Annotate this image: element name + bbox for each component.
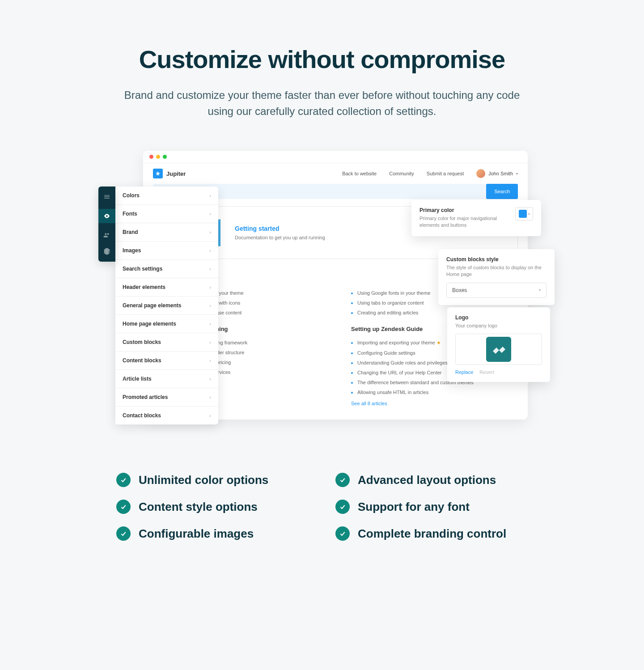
chevron-down-icon: ▾ xyxy=(539,288,541,292)
primary-color-desc: Primary color for major navigational ele… xyxy=(419,215,509,229)
settings-row-fonts[interactable]: Fonts› xyxy=(115,205,218,223)
settings-row-content-blocks[interactable]: Content blocks› xyxy=(115,352,218,370)
chevron-right-icon: › xyxy=(209,303,211,308)
article-link[interactable]: Allowing unsafe HTML in articles xyxy=(351,387,514,397)
settings-row-colors[interactable]: Colors› xyxy=(115,187,218,205)
color-picker[interactable]: ▾ xyxy=(515,207,533,221)
nav-submit-request[interactable]: Submit a request xyxy=(427,171,464,176)
settings-row-promoted[interactable]: Promoted articles› xyxy=(115,388,218,407)
chevron-right-icon: › xyxy=(209,394,211,400)
brand-logo-icon xyxy=(153,169,163,178)
feature-item: Configurable images xyxy=(116,526,309,541)
chevron-right-icon: › xyxy=(209,211,211,216)
chevron-right-icon: › xyxy=(209,284,211,290)
chevron-right-icon: › xyxy=(209,339,211,345)
chevron-right-icon: › xyxy=(209,358,211,363)
chevron-right-icon: › xyxy=(209,193,211,198)
avatar-icon xyxy=(476,169,485,178)
chevron-right-icon: › xyxy=(209,376,211,382)
admin-sidebar xyxy=(98,187,115,262)
settings-row-images[interactable]: Images› xyxy=(115,242,218,260)
check-icon xyxy=(116,500,131,514)
settings-panel: Colors› Fonts› Brand› Images› Search set… xyxy=(115,187,218,424)
settings-row-header[interactable]: Header elements› xyxy=(115,278,218,297)
nav-community[interactable]: Community xyxy=(389,171,414,176)
list-icon[interactable] xyxy=(103,193,111,201)
window-titlebar xyxy=(143,151,528,163)
minimize-dot-icon xyxy=(156,155,160,159)
check-icon xyxy=(335,473,350,487)
chevron-down-icon: ▾ xyxy=(528,212,530,216)
check-icon xyxy=(116,526,131,541)
getting-started-title: Getting started xyxy=(235,225,325,232)
star-icon: ★ xyxy=(436,340,441,345)
hero-title: Customize without compromise xyxy=(27,45,617,74)
primary-color-card: Primary color Primary color for major na… xyxy=(411,200,541,236)
settings-row-search[interactable]: Search settings› xyxy=(115,260,218,278)
getting-started-desc: Documentation to get you up and running xyxy=(235,235,325,240)
feature-item: Unlimited color options xyxy=(116,473,309,487)
chevron-down-icon: ▾ xyxy=(516,172,518,176)
settings-row-custom-blocks[interactable]: Custom blocks› xyxy=(115,333,218,352)
chevron-right-icon: › xyxy=(209,248,211,253)
eye-icon[interactable] xyxy=(98,209,115,223)
check-icon xyxy=(335,500,350,514)
chevron-right-icon: › xyxy=(209,413,211,418)
check-icon xyxy=(116,473,131,487)
user-menu[interactable]: John Smith ▾ xyxy=(476,169,518,178)
custom-blocks-card: Custom blocks style The style of custom … xyxy=(438,249,555,305)
settings-row-article-lists[interactable]: Article lists› xyxy=(115,370,218,388)
users-icon[interactable] xyxy=(103,231,111,239)
custom-blocks-desc: The style of custom blocks to display on… xyxy=(446,264,547,278)
color-swatch-icon xyxy=(519,210,527,218)
site-navbar: Jupiter Back to website Community Submit… xyxy=(143,163,528,184)
see-all-link[interactable]: See all 8 articles xyxy=(351,401,514,406)
custom-blocks-select[interactable]: Boxes ▾ xyxy=(446,283,547,298)
feature-item: Complete branding control xyxy=(335,526,528,541)
custom-blocks-title: Custom blocks style xyxy=(446,256,547,263)
brand-name: Jupiter xyxy=(166,170,186,177)
feature-item: Advanced layout options xyxy=(335,473,528,487)
check-icon xyxy=(335,526,350,541)
logo-card: Logo Your company logo Replace Revert xyxy=(447,307,550,382)
gear-icon[interactable] xyxy=(103,247,111,255)
settings-row-brand[interactable]: Brand› xyxy=(115,223,218,242)
settings-row-general-page[interactable]: General page elements› xyxy=(115,297,218,315)
feature-item: Support for any font xyxy=(335,500,528,514)
logo-preview xyxy=(455,334,542,365)
illustration: Jupiter Back to website Community Submit… xyxy=(98,151,546,437)
logo-title: Logo xyxy=(455,314,542,321)
chevron-right-icon: › xyxy=(209,229,211,235)
close-dot-icon xyxy=(149,155,153,159)
logo-icon xyxy=(486,337,511,362)
logo-desc: Your company logo xyxy=(455,322,542,329)
feature-item: Content style options xyxy=(116,500,309,514)
settings-row-home-page[interactable]: Home page elements› xyxy=(115,315,218,333)
revert-button[interactable]: Revert xyxy=(479,369,494,375)
settings-row-contact[interactable]: Contact blocks› xyxy=(115,407,218,424)
search-button[interactable]: Search xyxy=(486,184,518,199)
features-grid: Unlimited color options Advanced layout … xyxy=(116,473,528,541)
chevron-right-icon: › xyxy=(209,321,211,327)
primary-color-title: Primary color xyxy=(419,207,509,213)
user-name: John Smith xyxy=(488,171,513,176)
replace-button[interactable]: Replace xyxy=(455,369,473,375)
hero-subtitle: Brand and customize your theme faster th… xyxy=(121,87,523,119)
nav-back-to-website[interactable]: Back to website xyxy=(342,171,377,176)
chevron-right-icon: › xyxy=(209,266,211,271)
maximize-dot-icon xyxy=(163,155,167,159)
